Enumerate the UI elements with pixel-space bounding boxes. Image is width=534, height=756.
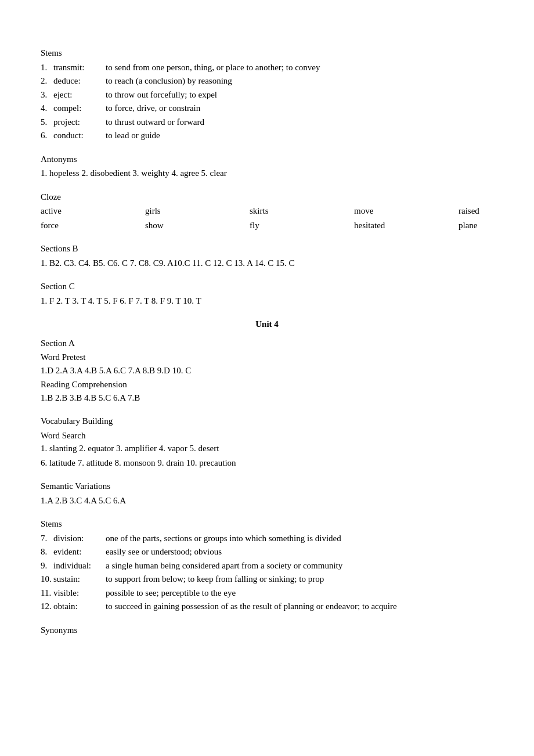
stem-def: to reach (a conclusion) by reasoning: [106, 74, 493, 88]
sections-b-content: 1. B2. C3. C4. B5. C6. C 7. C8. C9. A10.…: [41, 257, 493, 270]
synonyms-section: Synonyms: [41, 624, 493, 637]
table-row: 2. deduce: to reach (a conclusion) by re…: [41, 74, 493, 88]
semantic-var-title: Semantic Variations: [41, 480, 493, 493]
cloze-cell: skirts: [250, 204, 354, 218]
stem-def: to thrust outward or forward: [106, 116, 493, 129]
stem-word: compel:: [53, 102, 106, 115]
word-search-row2: 6. latitude 7. atlitude 8. monsoon 9. dr…: [41, 456, 493, 470]
stem-word: obtain:: [53, 600, 106, 613]
stem-num: 7.: [41, 532, 53, 545]
table-row: 10. sustain: to support from below; to k…: [41, 573, 493, 586]
stem-word: division:: [53, 532, 106, 545]
antonyms-content: 1. hopeless 2. disobedient 3. weighty 4.…: [41, 167, 493, 180]
word-search-row1: 1. slanting 2. equator 3. amplifier 4. v…: [41, 442, 493, 455]
stem-word: project:: [53, 116, 106, 129]
stems-section: Stems 1. transmit: to send from one pers…: [41, 46, 493, 142]
stem-num: 8.: [41, 545, 53, 559]
cloze-section: Cloze active girls skirts move raised fo…: [41, 190, 493, 232]
stem-num: 2.: [41, 74, 53, 88]
cloze-grid-row1: active girls skirts move raised: [41, 204, 493, 218]
stem-word: evident:: [53, 545, 106, 559]
table-row: 7. division: one of the parts, sections …: [41, 532, 493, 545]
table-row: 1. transmit: to send from one person, th…: [41, 61, 493, 74]
synonyms-title: Synonyms: [41, 624, 493, 637]
stem-word: conduct:: [53, 129, 106, 142]
stem-word: transmit:: [53, 61, 106, 74]
stem-num: 4.: [41, 102, 53, 115]
reading-comp-content: 1.B 2.B 3.B 4.B 5.C 6.A 7.B: [41, 391, 493, 405]
table-row: 12. obtain: to succeed in gaining posses…: [41, 600, 493, 613]
table-row: 9. individual: a single human being cons…: [41, 559, 493, 573]
word-pretest-title: Word Pretest: [41, 351, 493, 364]
stem-def: to support from below; to keep from fall…: [106, 573, 493, 586]
table-row: 6. conduct: to lead or guide: [41, 129, 493, 142]
stem-def: to force, drive, or constrain: [106, 102, 493, 115]
antonyms-title: Antonyms: [41, 153, 493, 166]
stem-def: to succeed in gaining possession of as t…: [106, 600, 493, 613]
table-row: 8. evident: easily see or understood; ob…: [41, 545, 493, 559]
word-search-title: Word Search: [41, 429, 493, 442]
stem-word: deduce:: [53, 74, 106, 88]
section-c-content: 1. F 2. T 3. T 4. T 5. F 6. F 7. T 8. F …: [41, 294, 493, 308]
sections-b-section: Sections B 1. B2. C3. C4. B5. C6. C 7. C…: [41, 242, 493, 269]
cloze-cell: hesitated: [354, 219, 459, 232]
cloze-grid-row2: force show fly hesitated plane: [41, 219, 493, 232]
semantic-var-section: Semantic Variations 1.A 2.B 3.C 4.A 5.C …: [41, 480, 493, 507]
unit4-title: Unit 4: [41, 318, 493, 331]
semantic-var-content: 1.A 2.B 3.C 4.A 5.C 6.A: [41, 494, 493, 507]
stem-num: 6.: [41, 129, 53, 142]
stem-def: possible to see; perceptible to the eye: [106, 586, 493, 600]
table-row: 11. visible: possible to see; perceptibl…: [41, 586, 493, 600]
stem-word: eject:: [53, 88, 106, 102]
section-a-title: Section A: [41, 337, 493, 350]
stems2-section: Stems 7. division: one of the parts, sec…: [41, 517, 493, 613]
cloze-cell: force: [41, 219, 145, 232]
vocab-building-section: Vocabulary Building Word Search 1. slant…: [41, 415, 493, 469]
stem-num: 3.: [41, 88, 53, 102]
cloze-title: Cloze: [41, 190, 493, 204]
table-row: 4. compel: to force, drive, or constrain: [41, 102, 493, 115]
stems2-list: 7. division: one of the parts, sections …: [41, 532, 493, 613]
table-row: 5. project: to thrust outward or forward: [41, 116, 493, 129]
cloze-cell: active: [41, 204, 145, 218]
section-a-section: Section A Word Pretest 1.D 2.A 3.A 4.B 5…: [41, 337, 493, 405]
stems-list: 1. transmit: to send from one person, th…: [41, 61, 493, 142]
cloze-cell: plane: [459, 219, 534, 232]
stems2-title: Stems: [41, 517, 493, 531]
reading-comp-title: Reading Comprehension: [41, 378, 493, 391]
cloze-cell: move: [354, 204, 459, 218]
cloze-cell: fly: [250, 219, 354, 232]
cloze-cell: raised: [459, 204, 534, 218]
cloze-cell: show: [145, 219, 250, 232]
table-row: 3. eject: to throw out forcefully; to ex…: [41, 88, 493, 102]
stem-word: sustain:: [53, 573, 106, 586]
vocab-building-title: Vocabulary Building: [41, 415, 493, 428]
antonyms-section: Antonyms 1. hopeless 2. disobedient 3. w…: [41, 153, 493, 180]
stem-def: to send from one person, thing, or place…: [106, 61, 493, 74]
stem-num: 9.: [41, 559, 53, 573]
stem-word: visible:: [53, 586, 106, 600]
stem-def: one of the parts, sections or groups int…: [106, 532, 493, 545]
stem-num: 1.: [41, 61, 53, 74]
stem-def: to lead or guide: [106, 129, 493, 142]
cloze-cell: girls: [145, 204, 250, 218]
stem-num: 5.: [41, 116, 53, 129]
stem-word: individual:: [53, 559, 106, 573]
section-c-section: Section C 1. F 2. T 3. T 4. T 5. F 6. F …: [41, 280, 493, 307]
sections-b-title: Sections B: [41, 242, 493, 255]
stem-def: a single human being considered apart fr…: [106, 559, 493, 573]
stems-title: Stems: [41, 46, 493, 60]
section-c-title: Section C: [41, 280, 493, 293]
word-pretest-content: 1.D 2.A 3.A 4.B 5.A 6.C 7.A 8.B 9.D 10. …: [41, 364, 493, 377]
stem-def: to throw out forcefully; to expel: [106, 88, 493, 102]
stem-num: 12.: [41, 600, 53, 613]
stem-num: 11.: [41, 586, 53, 600]
stem-def: easily see or understood; obvious: [106, 545, 493, 559]
stem-num: 10.: [41, 573, 53, 586]
